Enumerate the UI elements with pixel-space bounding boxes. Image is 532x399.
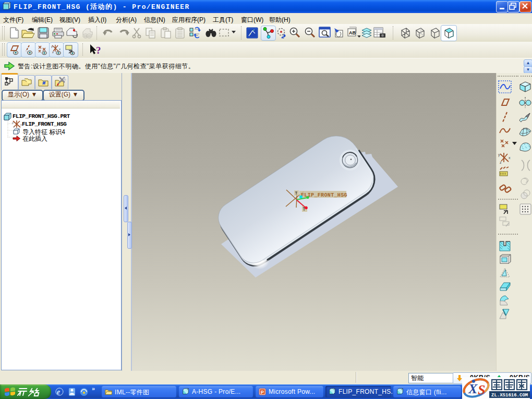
svg-text:z: z — [52, 51, 54, 54]
svg-text:y: y — [498, 153, 500, 157]
svg-text:ZL.XS1616.COM: ZL.XS1616.COM — [491, 393, 528, 398]
svg-text:P: P — [261, 390, 264, 395]
svg-text:x: x — [509, 156, 511, 160]
svg-text:X: X — [468, 381, 478, 396]
svg-text:e: e — [57, 388, 60, 396]
svg-text:S: S — [478, 382, 485, 397]
svg-text:y: y — [51, 45, 53, 48]
svg-text:AB: AB — [349, 30, 356, 35]
svg-text:x: x — [59, 47, 61, 51]
svg-text:?: ? — [96, 45, 101, 56]
svg-text:y: y — [12, 121, 14, 124]
svg-text:z: z — [500, 161, 502, 164]
